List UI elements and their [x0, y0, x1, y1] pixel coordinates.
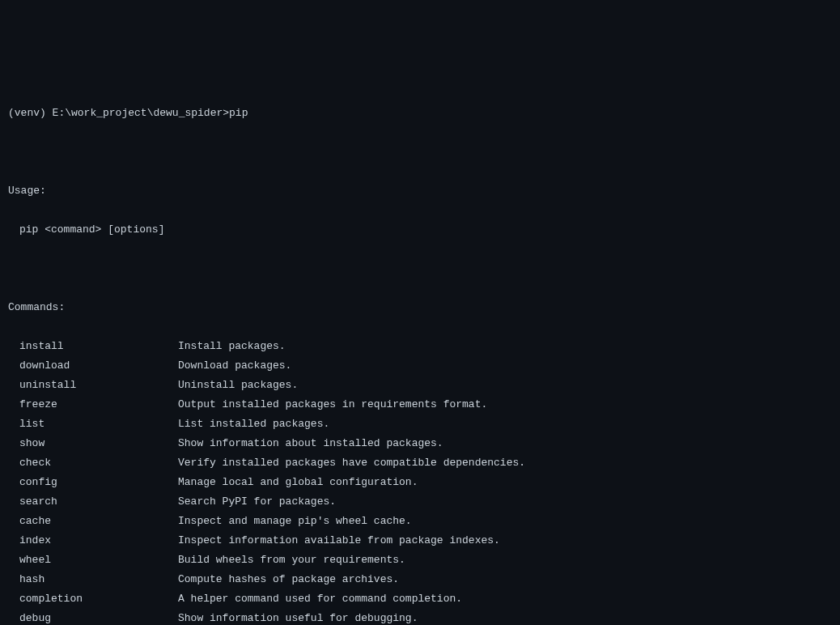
command-name: index	[19, 531, 178, 551]
command-name: cache	[19, 512, 178, 531]
terminal-output: (venv) E:\work_project\dewu_spider>pip U…	[8, 84, 832, 625]
command-row: listList installed packages.	[8, 415, 832, 434]
command-name: hash	[19, 570, 178, 589]
command-desc: List installed packages.	[178, 415, 329, 434]
command-row: installInstall packages.	[8, 337, 832, 356]
command-desc: Verify installed packages have compatibl…	[178, 453, 525, 473]
command-row: indexInspect information available from …	[8, 531, 832, 551]
command-desc: Uninstall packages.	[178, 376, 298, 395]
command-name: debug	[19, 609, 178, 625]
command-desc: Build wheels from your requirements.	[178, 551, 405, 570]
command-row: wheelBuild wheels from your requirements…	[8, 551, 832, 570]
usage-line: pip <command> [options]	[8, 220, 832, 240]
command-name: download	[19, 356, 178, 376]
command-desc: Show information useful for debugging.	[178, 609, 418, 625]
command-name: completion	[19, 589, 178, 609]
command-row: checkVerify installed packages have comp…	[8, 453, 832, 473]
command-name: uninstall	[19, 376, 178, 395]
command-row: freezeOutput installed packages in requi…	[8, 395, 832, 415]
command-row: cacheInspect and manage pip's wheel cach…	[8, 512, 832, 531]
command-desc: Download packages.	[178, 356, 291, 376]
command-name: check	[19, 453, 178, 473]
command-desc: Search PyPI for packages.	[178, 492, 336, 512]
command-desc: Compute hashes of package archives.	[178, 570, 399, 589]
command-row: hashCompute hashes of package archives.	[8, 570, 832, 589]
command-desc: Inspect information available from packa…	[178, 531, 500, 551]
command-name: freeze	[19, 395, 178, 415]
command-name: search	[19, 492, 178, 512]
command-row: uninstallUninstall packages.	[8, 376, 832, 395]
command-desc: Show information about installed package…	[178, 434, 443, 453]
command-desc: Install packages.	[178, 337, 286, 356]
command-name: wheel	[19, 551, 178, 570]
usage-header: Usage:	[8, 181, 832, 201]
command-desc: Output installed packages in requirement…	[178, 395, 487, 415]
command-row: debugShow information useful for debuggi…	[8, 609, 832, 625]
command-desc: Inspect and manage pip's wheel cache.	[178, 512, 412, 531]
command-row: searchSearch PyPI for packages.	[8, 492, 832, 512]
command-desc: Manage local and global configuration.	[178, 473, 418, 492]
command-desc: A helper command used for command comple…	[178, 589, 462, 609]
command-row: showShow information about installed pac…	[8, 434, 832, 453]
command-row: completionA helper command used for comm…	[8, 589, 832, 609]
command-name: list	[19, 415, 178, 434]
command-row: configManage local and global configurat…	[8, 473, 832, 492]
command-row: downloadDownload packages.	[8, 356, 832, 376]
prompt-line: (venv) E:\work_project\dewu_spider>pip	[8, 104, 832, 123]
command-name: install	[19, 337, 178, 356]
command-name: show	[19, 434, 178, 453]
command-name: config	[19, 473, 178, 492]
commands-header: Commands:	[8, 298, 832, 317]
